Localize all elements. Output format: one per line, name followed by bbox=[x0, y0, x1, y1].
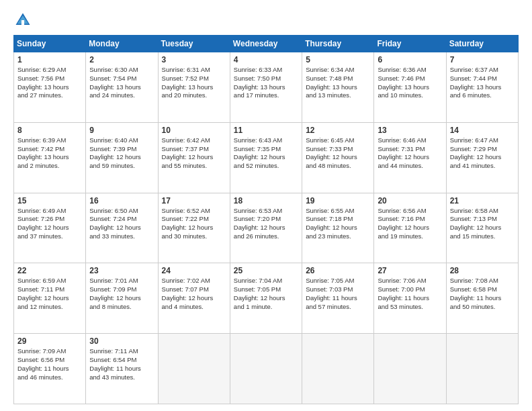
calendar-day-13: 13Sunrise: 6:46 AMSunset: 7:31 PMDayligh… bbox=[374, 122, 446, 193]
calendar-day-2: 2Sunrise: 6:30 AMSunset: 7:54 PMDaylight… bbox=[86, 52, 158, 123]
calendar-day-6: 6Sunrise: 6:36 AMSunset: 7:46 PMDaylight… bbox=[374, 52, 446, 123]
calendar-day-3: 3Sunrise: 6:31 AMSunset: 7:52 PMDaylight… bbox=[158, 52, 230, 123]
col-header-thursday: Thursday bbox=[302, 36, 374, 52]
calendar-day-22: 22Sunrise: 6:59 AMSunset: 7:11 PMDayligh… bbox=[14, 263, 86, 334]
calendar-day-28: 28Sunrise: 7:08 AMSunset: 6:58 PMDayligh… bbox=[446, 263, 518, 334]
calendar-day-empty bbox=[374, 334, 446, 404]
calendar-day-12: 12Sunrise: 6:45 AMSunset: 7:33 PMDayligh… bbox=[302, 122, 374, 193]
col-header-friday: Friday bbox=[374, 36, 446, 52]
calendar-day-26: 26Sunrise: 7:05 AMSunset: 7:03 PMDayligh… bbox=[302, 263, 374, 334]
col-header-tuesday: Tuesday bbox=[158, 36, 230, 52]
calendar-day-16: 16Sunrise: 6:50 AMSunset: 7:24 PMDayligh… bbox=[86, 193, 158, 263]
calendar-day-15: 15Sunrise: 6:49 AMSunset: 7:26 PMDayligh… bbox=[14, 193, 86, 263]
col-header-sunday: Sunday bbox=[14, 36, 86, 52]
calendar-day-29: 29Sunrise: 7:09 AMSunset: 6:56 PMDayligh… bbox=[14, 334, 86, 404]
calendar-day-21: 21Sunrise: 6:58 AMSunset: 7:13 PMDayligh… bbox=[446, 193, 518, 263]
calendar-day-5: 5Sunrise: 6:34 AMSunset: 7:48 PMDaylight… bbox=[302, 52, 374, 123]
svg-rect-2 bbox=[21, 20, 24, 25]
calendar-day-9: 9Sunrise: 6:40 AMSunset: 7:39 PMDaylight… bbox=[86, 122, 158, 193]
calendar-day-23: 23Sunrise: 7:01 AMSunset: 7:09 PMDayligh… bbox=[86, 263, 158, 334]
header bbox=[13, 11, 519, 30]
calendar-day-18: 18Sunrise: 6:53 AMSunset: 7:20 PMDayligh… bbox=[230, 193, 302, 263]
logo-icon bbox=[13, 11, 32, 30]
calendar-day-14: 14Sunrise: 6:47 AMSunset: 7:29 PMDayligh… bbox=[446, 122, 518, 193]
calendar-day-20: 20Sunrise: 6:56 AMSunset: 7:16 PMDayligh… bbox=[374, 193, 446, 263]
calendar-day-10: 10Sunrise: 6:42 AMSunset: 7:37 PMDayligh… bbox=[158, 122, 230, 193]
calendar-day-empty bbox=[230, 334, 302, 404]
calendar-header-row: SundayMondayTuesdayWednesdayThursdayFrid… bbox=[14, 36, 519, 52]
col-header-wednesday: Wednesday bbox=[230, 36, 302, 52]
calendar-day-empty bbox=[302, 334, 374, 404]
calendar-week-1: 1Sunrise: 6:29 AMSunset: 7:56 PMDaylight… bbox=[14, 52, 519, 123]
calendar-day-7: 7Sunrise: 6:37 AMSunset: 7:44 PMDaylight… bbox=[446, 52, 518, 123]
calendar-day-17: 17Sunrise: 6:52 AMSunset: 7:22 PMDayligh… bbox=[158, 193, 230, 263]
calendar-day-4: 4Sunrise: 6:33 AMSunset: 7:50 PMDaylight… bbox=[230, 52, 302, 123]
calendar-week-5: 29Sunrise: 7:09 AMSunset: 6:56 PMDayligh… bbox=[14, 334, 519, 404]
col-header-saturday: Saturday bbox=[446, 36, 518, 52]
calendar-day-30: 30Sunrise: 7:11 AMSunset: 6:54 PMDayligh… bbox=[86, 334, 158, 404]
calendar-day-empty bbox=[446, 334, 518, 404]
calendar-day-11: 11Sunrise: 6:43 AMSunset: 7:35 PMDayligh… bbox=[230, 122, 302, 193]
calendar-day-1: 1Sunrise: 6:29 AMSunset: 7:56 PMDaylight… bbox=[14, 52, 86, 123]
calendar-week-4: 22Sunrise: 6:59 AMSunset: 7:11 PMDayligh… bbox=[14, 263, 519, 334]
calendar-day-27: 27Sunrise: 7:06 AMSunset: 7:00 PMDayligh… bbox=[374, 263, 446, 334]
calendar-table: SundayMondayTuesdayWednesdayThursdayFrid… bbox=[13, 35, 519, 404]
calendar-day-empty bbox=[158, 334, 230, 404]
calendar-day-25: 25Sunrise: 7:04 AMSunset: 7:05 PMDayligh… bbox=[230, 263, 302, 334]
calendar-week-2: 8Sunrise: 6:39 AMSunset: 7:42 PMDaylight… bbox=[14, 122, 519, 193]
calendar-week-3: 15Sunrise: 6:49 AMSunset: 7:26 PMDayligh… bbox=[14, 193, 519, 263]
logo bbox=[13, 11, 35, 30]
calendar-day-24: 24Sunrise: 7:02 AMSunset: 7:07 PMDayligh… bbox=[158, 263, 230, 334]
calendar-day-8: 8Sunrise: 6:39 AMSunset: 7:42 PMDaylight… bbox=[14, 122, 86, 193]
col-header-monday: Monday bbox=[86, 36, 158, 52]
calendar-day-19: 19Sunrise: 6:55 AMSunset: 7:18 PMDayligh… bbox=[302, 193, 374, 263]
